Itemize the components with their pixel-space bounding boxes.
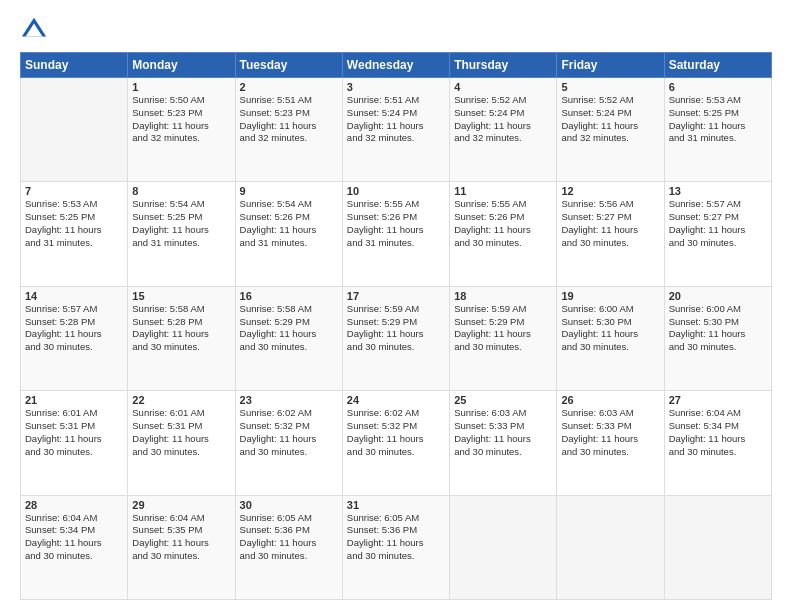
day-number: 23 — [240, 394, 338, 406]
day-cell: 12Sunrise: 5:56 AM Sunset: 5:27 PM Dayli… — [557, 182, 664, 286]
day-number: 15 — [132, 290, 230, 302]
day-number: 30 — [240, 499, 338, 511]
day-info: Sunrise: 6:01 AM Sunset: 5:31 PM Dayligh… — [132, 407, 230, 458]
header-cell-wednesday: Wednesday — [342, 53, 449, 78]
day-info: Sunrise: 5:53 AM Sunset: 5:25 PM Dayligh… — [25, 198, 123, 249]
day-cell: 2Sunrise: 5:51 AM Sunset: 5:23 PM Daylig… — [235, 78, 342, 182]
day-cell: 6Sunrise: 5:53 AM Sunset: 5:25 PM Daylig… — [664, 78, 771, 182]
day-info: Sunrise: 5:54 AM Sunset: 5:25 PM Dayligh… — [132, 198, 230, 249]
day-number: 3 — [347, 81, 445, 93]
day-cell: 1Sunrise: 5:50 AM Sunset: 5:23 PM Daylig… — [128, 78, 235, 182]
day-number: 5 — [561, 81, 659, 93]
day-number: 27 — [669, 394, 767, 406]
week-row-4: 21Sunrise: 6:01 AM Sunset: 5:31 PM Dayli… — [21, 391, 772, 495]
day-info: Sunrise: 6:04 AM Sunset: 5:35 PM Dayligh… — [132, 512, 230, 563]
day-number: 8 — [132, 185, 230, 197]
day-info: Sunrise: 5:58 AM Sunset: 5:28 PM Dayligh… — [132, 303, 230, 354]
day-cell: 24Sunrise: 6:02 AM Sunset: 5:32 PM Dayli… — [342, 391, 449, 495]
day-number: 7 — [25, 185, 123, 197]
day-info: Sunrise: 5:51 AM Sunset: 5:23 PM Dayligh… — [240, 94, 338, 145]
day-number: 26 — [561, 394, 659, 406]
day-cell: 8Sunrise: 5:54 AM Sunset: 5:25 PM Daylig… — [128, 182, 235, 286]
day-number: 18 — [454, 290, 552, 302]
day-number: 29 — [132, 499, 230, 511]
day-cell: 18Sunrise: 5:59 AM Sunset: 5:29 PM Dayli… — [450, 286, 557, 390]
day-info: Sunrise: 5:59 AM Sunset: 5:29 PM Dayligh… — [454, 303, 552, 354]
header-cell-thursday: Thursday — [450, 53, 557, 78]
day-cell — [557, 495, 664, 599]
day-cell: 14Sunrise: 5:57 AM Sunset: 5:28 PM Dayli… — [21, 286, 128, 390]
day-number: 17 — [347, 290, 445, 302]
day-number: 31 — [347, 499, 445, 511]
day-info: Sunrise: 5:52 AM Sunset: 5:24 PM Dayligh… — [454, 94, 552, 145]
day-info: Sunrise: 6:02 AM Sunset: 5:32 PM Dayligh… — [347, 407, 445, 458]
day-cell: 5Sunrise: 5:52 AM Sunset: 5:24 PM Daylig… — [557, 78, 664, 182]
day-cell: 9Sunrise: 5:54 AM Sunset: 5:26 PM Daylig… — [235, 182, 342, 286]
day-cell: 17Sunrise: 5:59 AM Sunset: 5:29 PM Dayli… — [342, 286, 449, 390]
header — [20, 16, 772, 44]
day-number: 28 — [25, 499, 123, 511]
header-cell-sunday: Sunday — [21, 53, 128, 78]
day-cell: 11Sunrise: 5:55 AM Sunset: 5:26 PM Dayli… — [450, 182, 557, 286]
day-cell: 21Sunrise: 6:01 AM Sunset: 5:31 PM Dayli… — [21, 391, 128, 495]
day-cell: 27Sunrise: 6:04 AM Sunset: 5:34 PM Dayli… — [664, 391, 771, 495]
day-info: Sunrise: 6:05 AM Sunset: 5:36 PM Dayligh… — [240, 512, 338, 563]
day-number: 11 — [454, 185, 552, 197]
day-number: 22 — [132, 394, 230, 406]
day-number: 20 — [669, 290, 767, 302]
week-row-3: 14Sunrise: 5:57 AM Sunset: 5:28 PM Dayli… — [21, 286, 772, 390]
day-info: Sunrise: 6:02 AM Sunset: 5:32 PM Dayligh… — [240, 407, 338, 458]
header-cell-friday: Friday — [557, 53, 664, 78]
day-number: 1 — [132, 81, 230, 93]
day-info: Sunrise: 5:52 AM Sunset: 5:24 PM Dayligh… — [561, 94, 659, 145]
day-number: 19 — [561, 290, 659, 302]
day-number: 4 — [454, 81, 552, 93]
day-info: Sunrise: 5:55 AM Sunset: 5:26 PM Dayligh… — [347, 198, 445, 249]
day-info: Sunrise: 6:03 AM Sunset: 5:33 PM Dayligh… — [561, 407, 659, 458]
day-info: Sunrise: 5:51 AM Sunset: 5:24 PM Dayligh… — [347, 94, 445, 145]
day-cell: 25Sunrise: 6:03 AM Sunset: 5:33 PM Dayli… — [450, 391, 557, 495]
day-cell: 4Sunrise: 5:52 AM Sunset: 5:24 PM Daylig… — [450, 78, 557, 182]
day-info: Sunrise: 5:50 AM Sunset: 5:23 PM Dayligh… — [132, 94, 230, 145]
day-cell: 16Sunrise: 5:58 AM Sunset: 5:29 PM Dayli… — [235, 286, 342, 390]
day-number: 24 — [347, 394, 445, 406]
day-cell: 19Sunrise: 6:00 AM Sunset: 5:30 PM Dayli… — [557, 286, 664, 390]
day-info: Sunrise: 6:00 AM Sunset: 5:30 PM Dayligh… — [561, 303, 659, 354]
logo-icon — [20, 16, 48, 44]
day-cell: 7Sunrise: 5:53 AM Sunset: 5:25 PM Daylig… — [21, 182, 128, 286]
day-info: Sunrise: 6:05 AM Sunset: 5:36 PM Dayligh… — [347, 512, 445, 563]
day-cell: 3Sunrise: 5:51 AM Sunset: 5:24 PM Daylig… — [342, 78, 449, 182]
day-info: Sunrise: 5:53 AM Sunset: 5:25 PM Dayligh… — [669, 94, 767, 145]
day-cell: 20Sunrise: 6:00 AM Sunset: 5:30 PM Dayli… — [664, 286, 771, 390]
day-cell: 22Sunrise: 6:01 AM Sunset: 5:31 PM Dayli… — [128, 391, 235, 495]
day-info: Sunrise: 5:57 AM Sunset: 5:27 PM Dayligh… — [669, 198, 767, 249]
day-number: 2 — [240, 81, 338, 93]
day-number: 10 — [347, 185, 445, 197]
week-row-2: 7Sunrise: 5:53 AM Sunset: 5:25 PM Daylig… — [21, 182, 772, 286]
page: SundayMondayTuesdayWednesdayThursdayFrid… — [0, 0, 792, 612]
day-number: 14 — [25, 290, 123, 302]
day-cell — [450, 495, 557, 599]
day-cell: 23Sunrise: 6:02 AM Sunset: 5:32 PM Dayli… — [235, 391, 342, 495]
day-cell: 15Sunrise: 5:58 AM Sunset: 5:28 PM Dayli… — [128, 286, 235, 390]
header-cell-saturday: Saturday — [664, 53, 771, 78]
day-cell — [21, 78, 128, 182]
day-info: Sunrise: 6:00 AM Sunset: 5:30 PM Dayligh… — [669, 303, 767, 354]
day-number: 6 — [669, 81, 767, 93]
logo — [20, 16, 52, 44]
calendar-table: SundayMondayTuesdayWednesdayThursdayFrid… — [20, 52, 772, 600]
day-info: Sunrise: 6:01 AM Sunset: 5:31 PM Dayligh… — [25, 407, 123, 458]
day-cell: 31Sunrise: 6:05 AM Sunset: 5:36 PM Dayli… — [342, 495, 449, 599]
day-info: Sunrise: 5:54 AM Sunset: 5:26 PM Dayligh… — [240, 198, 338, 249]
day-number: 16 — [240, 290, 338, 302]
day-cell — [664, 495, 771, 599]
week-row-5: 28Sunrise: 6:04 AM Sunset: 5:34 PM Dayli… — [21, 495, 772, 599]
day-info: Sunrise: 5:58 AM Sunset: 5:29 PM Dayligh… — [240, 303, 338, 354]
day-cell: 28Sunrise: 6:04 AM Sunset: 5:34 PM Dayli… — [21, 495, 128, 599]
day-info: Sunrise: 5:59 AM Sunset: 5:29 PM Dayligh… — [347, 303, 445, 354]
header-cell-tuesday: Tuesday — [235, 53, 342, 78]
day-info: Sunrise: 6:04 AM Sunset: 5:34 PM Dayligh… — [25, 512, 123, 563]
day-number: 9 — [240, 185, 338, 197]
day-cell: 29Sunrise: 6:04 AM Sunset: 5:35 PM Dayli… — [128, 495, 235, 599]
day-number: 25 — [454, 394, 552, 406]
